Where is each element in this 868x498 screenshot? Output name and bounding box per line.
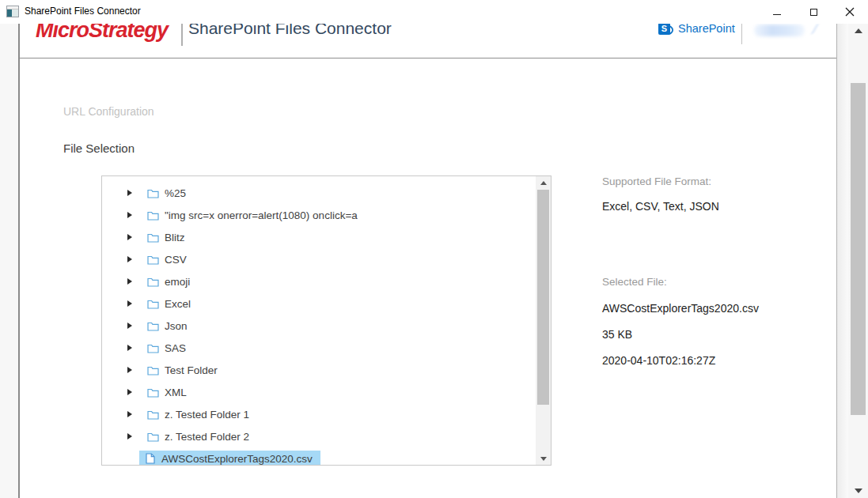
tree-item-label: Excel	[165, 298, 191, 310]
file-tree-panel: %25 "img src=x onerror=alert(1080) oncli…	[101, 175, 552, 466]
folder-icon	[147, 365, 159, 375]
window-title: SharePoint Files Connector	[25, 6, 141, 17]
arrow-down-icon	[540, 457, 547, 461]
close-button[interactable]	[832, 0, 868, 24]
tree-item[interactable]: CSV	[102, 248, 536, 270]
minimize-button[interactable]	[759, 0, 795, 24]
folder-icon	[147, 210, 159, 221]
expand-arrow-icon[interactable]	[127, 367, 132, 373]
expand-arrow-icon[interactable]	[127, 278, 132, 285]
tree-item[interactable]: Json	[102, 315, 536, 337]
expand-arrow-icon[interactable]	[127, 323, 132, 329]
window-scroll-up-button[interactable]	[848, 24, 868, 38]
tree-scroll-down-button[interactable]	[536, 452, 551, 465]
supported-format-value: Excel, CSV, Text, JSON	[602, 200, 719, 213]
tree-item[interactable]: emoji	[102, 270, 536, 292]
expand-arrow-icon[interactable]	[127, 433, 132, 440]
expand-arrow-icon[interactable]	[127, 345, 132, 351]
tree-item-label: %25	[165, 187, 186, 199]
expand-arrow-icon[interactable]	[127, 389, 132, 395]
tree-item[interactable]: %25	[102, 182, 536, 204]
tree-item-label: AWSCostExplorerTags2020.csv	[161, 453, 313, 465]
header-divider-2	[741, 24, 742, 44]
tree-item-label: emoji	[165, 276, 190, 288]
app-window: SharePoint Files Connector MicroStrategy…	[0, 0, 868, 498]
expand-arrow-icon[interactable]	[127, 411, 132, 417]
expand-arrow-icon[interactable]	[127, 190, 132, 196]
tree-item[interactable]: SAS	[102, 337, 536, 359]
window-scrollbar[interactable]	[848, 24, 868, 498]
folder-icon	[147, 343, 159, 353]
tree-item[interactable]: XML	[102, 381, 536, 403]
step-url-configuration: URL Configuration	[63, 105, 154, 118]
expand-arrow-icon[interactable]	[127, 234, 132, 240]
tree-item-label: SAS	[165, 342, 186, 354]
folder-icon	[147, 232, 159, 243]
tree-item[interactable]: z. Tested Folder 2	[102, 425, 536, 447]
tree-scrollbar-thumb[interactable]	[537, 190, 549, 405]
close-icon	[845, 7, 855, 17]
tree-scrollbar[interactable]	[536, 176, 551, 465]
tree-item-label: Blitz	[165, 232, 185, 243]
right-gutter	[837, 24, 848, 498]
file-tree: %25 "img src=x onerror=alert(1080) oncli…	[102, 176, 536, 465]
selected-file-highlight[interactable]: AWSCostExplorerTags2020.csv	[139, 451, 320, 466]
arrow-up-icon	[855, 28, 862, 33]
tree-item-label: z. Tested Folder 2	[165, 431, 249, 443]
left-gutter	[0, 24, 20, 498]
folder-icon	[147, 188, 159, 198]
sharepoint-brand: S SharePoint	[658, 24, 735, 35]
tree-item-label: CSV	[165, 254, 187, 266]
step-file-selection: File Selection	[63, 141, 135, 155]
supported-format-label: Supported File Format:	[602, 175, 711, 187]
tree-scroll-up-button[interactable]	[536, 176, 551, 189]
arrow-up-icon	[540, 181, 547, 185]
selected-file-timestamp: 2020-04-10T02:16:27Z	[602, 354, 715, 367]
titlebar: SharePoint Files Connector	[0, 0, 868, 24]
file-icon	[146, 453, 155, 464]
tree-item[interactable]: "img src=x onerror=alert(1080) onclick=a	[102, 204, 536, 226]
tree-item[interactable]: z. Tested Folder 1	[102, 403, 536, 425]
redacted-username	[754, 25, 805, 36]
selected-file-size: 35 KB	[602, 328, 632, 341]
page-title: SharePoint Files Connector	[188, 24, 392, 38]
selected-file-label: Selected File:	[602, 276, 667, 288]
tree-item-label: Test Folder	[165, 364, 218, 376]
sharepoint-label: SharePoint	[678, 24, 735, 35]
tree-item[interactable]: Blitz	[102, 226, 536, 248]
tree-item[interactable]: Test Folder	[102, 359, 536, 381]
expand-arrow-icon[interactable]	[127, 300, 132, 307]
header-divider	[181, 24, 183, 46]
expand-arrow-icon[interactable]	[127, 212, 132, 218]
maximize-icon	[810, 9, 817, 16]
tree-item-label: XML	[165, 387, 187, 398]
sharepoint-icon: S	[658, 24, 670, 35]
app-icon	[6, 6, 19, 17]
arrow-down-icon	[855, 489, 862, 493]
caption-buttons	[759, 0, 868, 24]
tree-item-selected-file[interactable]: AWSCostExplorerTags2020.csv	[102, 447, 536, 465]
expand-arrow-icon[interactable]	[127, 256, 132, 262]
tree-item-label: z. Tested Folder 1	[165, 409, 249, 421]
maximize-button[interactable]	[795, 0, 832, 24]
redacted-username-tail	[805, 24, 819, 34]
selected-file-name: AWSCostExplorerTags2020.csv	[602, 302, 759, 315]
tree-item-label: "img src=x onerror=alert(1080) onclick=a	[165, 209, 358, 221]
folder-icon	[147, 409, 159, 420]
folder-icon	[147, 432, 159, 442]
minimize-icon	[773, 14, 781, 15]
tree-item[interactable]: Excel	[102, 292, 536, 315]
window-scrollbar-thumb[interactable]	[851, 83, 866, 415]
tree-item-label: Json	[165, 320, 188, 332]
page-header: MicroStrategy SharePoint Files Connector…	[20, 24, 836, 58]
folder-icon	[147, 321, 159, 331]
folder-icon	[147, 277, 159, 287]
microstrategy-logo: MicroStrategy	[36, 24, 168, 43]
folder-icon	[147, 387, 159, 398]
folder-icon	[147, 255, 159, 265]
window-scroll-down-button[interactable]	[848, 484, 868, 498]
folder-icon	[147, 299, 159, 309]
